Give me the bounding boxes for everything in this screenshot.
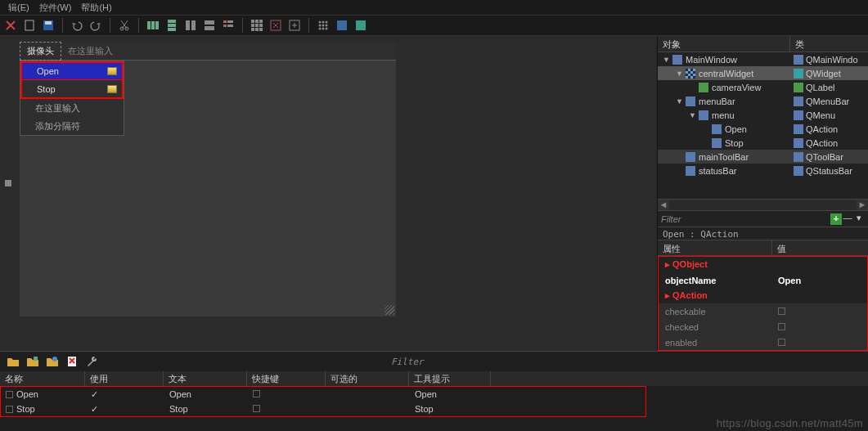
tree-row[interactable]: ▼centralWidgetQWidget bbox=[658, 66, 868, 80]
svg-rect-7 bbox=[155, 21, 159, 29]
object-icon bbox=[712, 138, 722, 148]
property-row[interactable]: checkable bbox=[659, 303, 867, 319]
preview2-icon[interactable] bbox=[354, 19, 367, 32]
file-icon[interactable] bbox=[23, 19, 36, 32]
action-row[interactable]: Open✓OpenOpen bbox=[1, 387, 645, 402]
svg-point-42 bbox=[52, 357, 57, 361]
svg-rect-21 bbox=[259, 20, 263, 23]
layout-h3-icon[interactable] bbox=[146, 19, 160, 32]
header-class[interactable]: 类 bbox=[790, 36, 809, 52]
tree-row[interactable]: statusBarQStatusBar bbox=[658, 164, 868, 177]
dropdown-add-separator[interactable]: 添加分隔符 bbox=[20, 117, 124, 135]
col-shortcut[interactable]: 快捷键 bbox=[247, 371, 326, 386]
property-row[interactable]: enabled bbox=[659, 334, 867, 350]
dropdown-item-open[interactable]: Open bbox=[21, 62, 123, 80]
header-property[interactable]: 属性 bbox=[658, 240, 772, 255]
scroll-right-icon[interactable]: ► bbox=[857, 200, 868, 211]
svg-rect-9 bbox=[168, 24, 176, 27]
delete-icon[interactable] bbox=[65, 355, 79, 368]
scrollbar-horizontal[interactable]: ◄ ► bbox=[658, 199, 868, 210]
tree-row[interactable]: ▼MainWindowQMainWindo bbox=[658, 52, 868, 66]
property-header: 属性 值 bbox=[658, 240, 868, 256]
action-filter-label[interactable]: Filter bbox=[391, 357, 424, 367]
undo-icon[interactable] bbox=[70, 19, 83, 32]
design-canvas[interactable]: 摄像头 在这里输入 Open Stop 在这里输入 添加分隔符 bbox=[0, 36, 657, 351]
scroll-left-icon[interactable]: ◄ bbox=[658, 200, 669, 211]
class-icon bbox=[794, 83, 803, 92]
wrench-icon[interactable] bbox=[85, 355, 98, 368]
resize-handle[interactable] bbox=[5, 180, 11, 186]
svg-rect-27 bbox=[259, 28, 263, 31]
property-row[interactable]: objectNameOpen bbox=[659, 272, 867, 288]
preview-menu-camera[interactable]: 摄像头 bbox=[20, 42, 61, 61]
class-icon bbox=[794, 124, 803, 134]
svg-rect-22 bbox=[251, 24, 254, 27]
object-icon bbox=[686, 69, 695, 79]
object-icon bbox=[686, 166, 695, 176]
preview1-icon[interactable] bbox=[335, 19, 349, 32]
property-row[interactable]: ▸ QObject bbox=[659, 257, 867, 272]
tree-row[interactable]: OpenQAction bbox=[658, 122, 868, 136]
header-object[interactable]: 对象 bbox=[658, 36, 790, 52]
cut-icon[interactable] bbox=[118, 19, 131, 32]
remove-icon[interactable]: — bbox=[842, 213, 853, 225]
action-table[interactable]: Open✓OpenOpenStop✓StopStop bbox=[0, 386, 646, 417]
dropdown-item-stop[interactable]: Stop bbox=[21, 80, 123, 98]
col-name[interactable]: 名称 bbox=[0, 371, 85, 386]
object-icon bbox=[699, 110, 708, 120]
adjust-size-icon[interactable] bbox=[288, 19, 301, 32]
property-table[interactable]: ▸ QObject objectNameOpen▸ QAction checka… bbox=[658, 256, 868, 351]
new-folder-icon[interactable] bbox=[7, 355, 20, 368]
menu-help[interactable]: 帮助(H) bbox=[81, 2, 111, 14]
separator bbox=[138, 18, 139, 33]
svg-point-37 bbox=[322, 28, 325, 30]
svg-rect-16 bbox=[227, 20, 233, 23]
property-row[interactable]: ▸ QAction bbox=[659, 288, 867, 303]
save-icon[interactable] bbox=[42, 19, 55, 32]
tree-row[interactable]: ▼menuBarQMenuBar bbox=[658, 94, 868, 108]
preview-menu-placeholder[interactable]: 在这里输入 bbox=[61, 43, 119, 60]
object-icon bbox=[712, 124, 722, 134]
property-row[interactable]: checked bbox=[659, 319, 867, 334]
filter-label[interactable]: Filter bbox=[661, 214, 681, 224]
form-preview[interactable]: 摄像头 在这里输入 Open Stop 在这里输入 添加分隔符 bbox=[20, 43, 396, 317]
object-tree[interactable]: ▼MainWindowQMainWindo▼centralWidgetQWidg… bbox=[658, 52, 868, 177]
layout-break-icon[interactable] bbox=[269, 19, 282, 32]
tree-row[interactable]: cameraViewQLabel bbox=[658, 80, 868, 94]
layout-vsplit-icon[interactable] bbox=[203, 19, 216, 32]
dropdown-label: Open bbox=[37, 66, 59, 76]
class-icon bbox=[794, 69, 803, 79]
layout-form-icon[interactable] bbox=[222, 19, 235, 32]
folder3-icon[interactable] bbox=[46, 355, 59, 368]
tree-row[interactable]: mainToolBarQToolBar bbox=[658, 150, 868, 164]
action-table-header: 名称 使用 文本 快捷键 可选的 工具提示 bbox=[0, 371, 868, 386]
redo-icon[interactable] bbox=[89, 19, 102, 32]
layout-v3-icon[interactable] bbox=[165, 19, 178, 32]
folder2-icon[interactable] bbox=[26, 355, 39, 368]
expand-icon[interactable]: ▾ bbox=[853, 213, 865, 225]
menu-widgets[interactable]: 控件(W) bbox=[39, 2, 72, 14]
tree-row[interactable]: ▼menuQMenu bbox=[658, 108, 868, 122]
dropdown-placeholder-input[interactable]: 在这里输入 bbox=[20, 99, 124, 117]
tree-row[interactable]: StopQAction bbox=[658, 136, 868, 150]
svg-rect-12 bbox=[191, 20, 196, 30]
dots-icon[interactable] bbox=[317, 19, 330, 32]
col-text[interactable]: 文本 bbox=[164, 371, 247, 386]
add-icon[interactable]: + bbox=[830, 213, 842, 225]
header-value[interactable]: 值 bbox=[772, 240, 791, 255]
svg-rect-41 bbox=[34, 357, 38, 361]
resize-grip-icon[interactable] bbox=[385, 305, 394, 315]
col-used[interactable]: 使用 bbox=[85, 371, 164, 386]
menu-edit[interactable]: 辑(E) bbox=[8, 2, 29, 14]
layout-grid-icon[interactable] bbox=[250, 19, 263, 32]
action-row[interactable]: Stop✓StopStop bbox=[1, 402, 645, 416]
app-menubar[interactable]: 辑(E) 控件(W) 帮助(H) bbox=[0, 0, 868, 15]
object-icon bbox=[699, 83, 708, 92]
close-icon[interactable] bbox=[4, 19, 17, 32]
dropdown-label: Stop bbox=[37, 84, 56, 94]
layout-hsplit-icon[interactable] bbox=[184, 19, 197, 32]
svg-rect-14 bbox=[205, 26, 214, 30]
col-tooltip[interactable]: 工具提示 bbox=[409, 371, 491, 386]
col-checkable[interactable]: 可选的 bbox=[326, 371, 409, 386]
preview-menubar[interactable]: 摄像头 在这里输入 bbox=[20, 43, 396, 61]
